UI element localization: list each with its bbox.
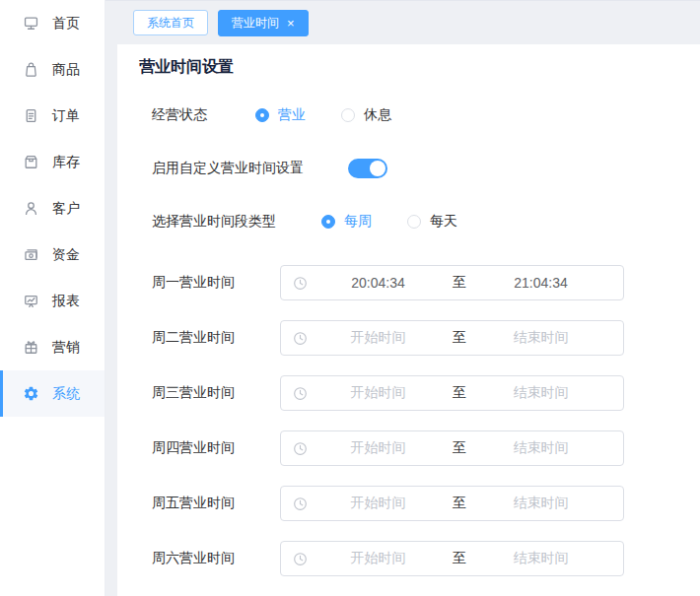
saturday-business-hours-row: 周六营业时间 开始时间 至 结束时间 — [152, 541, 680, 576]
range-separator: 至 — [449, 384, 470, 402]
report-chart-icon — [23, 293, 39, 309]
tab-label: 营业时间 — [232, 17, 279, 29]
clock-icon — [293, 497, 308, 511]
tab-system-home[interactable]: 系统首页 — [133, 10, 208, 35]
sidebar-item-home[interactable]: 首页 — [0, 0, 105, 46]
home-icon — [23, 15, 39, 32]
wednesday-end-time-input[interactable]: 结束时间 — [470, 384, 611, 402]
saturday-time-range-picker[interactable]: 开始时间 至 结束时间 — [280, 541, 624, 576]
friday-label: 周五营业时间 — [152, 495, 280, 512]
monday-label: 周一营业时间 — [152, 274, 280, 292]
thursday-business-hours-row: 周四营业时间 开始时间 至 结束时间 — [152, 430, 680, 466]
range-separator: 至 — [449, 439, 470, 457]
period-type-label: 选择营业时间段类型 — [152, 213, 321, 231]
sidebar-item-reports[interactable]: 报表 — [0, 278, 105, 324]
radio-rest[interactable]: 休息 — [341, 106, 391, 124]
radio-dot-icon — [407, 215, 421, 229]
sidebar-item-label: 营销 — [52, 339, 80, 357]
user-icon — [23, 200, 39, 217]
sidebar-item-label: 库存 — [52, 154, 80, 171]
thursday-time-range-picker[interactable]: 开始时间 至 结束时间 — [280, 430, 624, 466]
radio-daily[interactable]: 每天 — [407, 213, 457, 231]
wednesday-label: 周三营业时间 — [152, 384, 280, 402]
monday-time-range-picker[interactable]: 20:04:34 至 21:04:34 — [280, 265, 624, 300]
saturday-end-time-input[interactable]: 结束时间 — [470, 550, 611, 567]
friday-business-hours-row: 周五营业时间 开始时间 至 结束时间 — [152, 486, 680, 521]
page-title: 营业时间设置 — [139, 56, 680, 78]
tuesday-business-hours-row: 周二营业时间 开始时间 至 结束时间 — [152, 320, 680, 356]
range-separator: 至 — [449, 495, 470, 512]
shopping-bag-icon — [23, 61, 39, 78]
radio-open[interactable]: 营业 — [255, 106, 306, 124]
app-window: 首页 商品 订单 库存 客户 资金 报表 营销 — [0, 0, 700, 596]
range-separator: 至 — [449, 329, 470, 347]
sidebar-item-label: 商品 — [52, 61, 80, 79]
friday-end-time-input[interactable]: 结束时间 — [470, 495, 611, 512]
radio-dot-icon — [321, 215, 335, 229]
clock-icon — [293, 441, 308, 456]
sidebar-item-marketing[interactable]: 营销 — [0, 324, 105, 370]
money-icon — [23, 246, 39, 263]
radio-rest-label: 休息 — [364, 106, 391, 124]
sidebar: 首页 商品 订单 库存 客户 资金 报表 营销 — [0, 0, 105, 596]
close-icon[interactable]: × — [287, 17, 295, 30]
operating-status-row: 经营状态 营业 休息 — [152, 105, 680, 125]
sidebar-item-label: 资金 — [52, 246, 80, 264]
tuesday-start-time-input[interactable]: 开始时间 — [308, 329, 449, 347]
saturday-start-time-input[interactable]: 开始时间 — [308, 550, 449, 567]
thursday-start-time-input[interactable]: 开始时间 — [308, 439, 449, 457]
sidebar-item-label: 订单 — [52, 107, 80, 125]
saturday-label: 周六营业时间 — [152, 550, 280, 567]
sidebar-item-label: 客户 — [52, 200, 80, 218]
custom-hours-toggle-label: 启用自定义营业时间设置 — [152, 160, 348, 177]
package-box-icon — [23, 154, 39, 170]
monday-business-hours-row: 周一营业时间 20:04:34 至 21:04:34 — [152, 265, 680, 300]
radio-weekly[interactable]: 每周 — [321, 213, 372, 231]
sidebar-item-funds[interactable]: 资金 — [0, 232, 105, 278]
tuesday-time-range-picker[interactable]: 开始时间 至 结束时间 — [280, 320, 624, 356]
system-gear-icon — [23, 385, 39, 402]
range-separator: 至 — [449, 274, 470, 292]
main-area: 系统首页 营业时间 × 营业时间设置 经营状态 营业 — [105, 0, 700, 596]
custom-hours-toggle[interactable] — [348, 159, 387, 178]
tab-label: 系统首页 — [147, 17, 194, 29]
sidebar-item-goods[interactable]: 商品 — [0, 46, 105, 93]
range-separator: 至 — [449, 550, 470, 567]
radio-open-label: 营业 — [278, 106, 306, 124]
tuesday-end-time-input[interactable]: 结束时间 — [470, 329, 611, 347]
radio-weekly-label: 每周 — [344, 213, 372, 231]
sidebar-item-system[interactable]: 系统 — [0, 370, 105, 417]
sidebar-item-label: 系统 — [52, 385, 80, 403]
tab-bar: 系统首页 营业时间 × — [105, 1, 700, 44]
clock-icon — [293, 386, 308, 401]
friday-time-range-picker[interactable]: 开始时间 至 结束时间 — [280, 486, 624, 521]
wednesday-time-range-picker[interactable]: 开始时间 至 结束时间 — [280, 375, 624, 411]
period-type-row: 选择营业时间段类型 每周 每天 — [152, 212, 680, 232]
gift-icon — [23, 339, 39, 356]
sidebar-item-orders[interactable]: 订单 — [0, 93, 105, 139]
content-card: 营业时间设置 经营状态 营业 休息 启用自定义营业时间设置 — [117, 44, 700, 596]
friday-start-time-input[interactable]: 开始时间 — [308, 495, 449, 512]
wednesday-business-hours-row: 周三营业时间 开始时间 至 结束时间 — [152, 375, 680, 411]
business-hours-form: 经营状态 营业 休息 启用自定义营业时间设置 — [152, 105, 680, 576]
monday-end-time-input[interactable]: 21:04:34 — [470, 275, 611, 291]
clock-icon — [293, 331, 308, 346]
radio-dot-icon — [255, 108, 269, 122]
thursday-label: 周四营业时间 — [152, 439, 280, 457]
sidebar-item-label: 首页 — [52, 15, 80, 33]
custom-hours-toggle-row: 启用自定义营业时间设置 — [152, 159, 680, 178]
wednesday-start-time-input[interactable]: 开始时间 — [308, 384, 449, 402]
order-document-icon — [23, 107, 39, 124]
radio-dot-icon — [341, 108, 355, 122]
sidebar-item-customers[interactable]: 客户 — [0, 185, 105, 232]
sidebar-item-label: 报表 — [52, 293, 80, 310]
radio-daily-label: 每天 — [430, 213, 457, 231]
clock-icon — [293, 552, 308, 566]
tuesday-label: 周二营业时间 — [152, 329, 280, 347]
monday-start-time-input[interactable]: 20:04:34 — [308, 275, 449, 291]
thursday-end-time-input[interactable]: 结束时间 — [470, 439, 611, 457]
sidebar-item-inventory[interactable]: 库存 — [0, 139, 105, 185]
clock-icon — [293, 276, 308, 291]
operating-status-label: 经营状态 — [152, 106, 255, 124]
tab-business-hours[interactable]: 营业时间 × — [218, 10, 309, 36]
